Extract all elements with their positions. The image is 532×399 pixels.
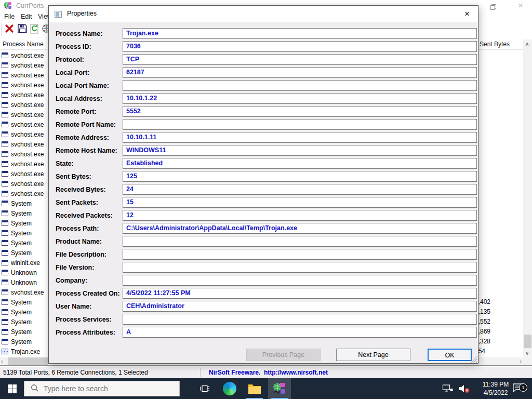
field-value[interactable] — [123, 262, 477, 273]
process-icon — [2, 309, 8, 315]
list-item[interactable]: svchost.exe — [0, 159, 48, 169]
next-page-button[interactable]: Next Page — [336, 349, 410, 361]
list-item[interactable]: svchost.exe — [0, 119, 48, 129]
process-icon — [2, 181, 8, 187]
window-content-edge — [0, 365, 532, 366]
list-item[interactable]: Unknown — [0, 277, 48, 287]
save-icon[interactable] — [18, 24, 29, 35]
list-item[interactable]: System — [0, 307, 48, 317]
vertical-scrollbar[interactable]: ∧ ∨ — [523, 39, 532, 357]
field-value[interactable]: TCP — [123, 54, 477, 65]
field-value[interactable]: 10.10.1.22 — [123, 93, 477, 104]
field-value[interactable] — [123, 249, 477, 260]
field-value[interactable]: WINDOWS11 — [123, 145, 477, 156]
process-name-label: svchost.exe — [11, 170, 44, 178]
field-value[interactable]: Trojan.exe — [123, 28, 477, 39]
field-value[interactable]: A — [123, 327, 477, 338]
list-item[interactable]: System — [0, 198, 48, 208]
edge-icon[interactable] — [218, 378, 241, 399]
notification-icon[interactable]: 1 — [512, 378, 524, 399]
field-value[interactable] — [123, 119, 477, 130]
field-value[interactable] — [123, 275, 477, 286]
list-item[interactable]: svchost.exe — [0, 179, 48, 189]
list-item[interactable]: svchost.exe — [0, 100, 48, 110]
list-item[interactable]: System — [0, 317, 48, 327]
field-value[interactable] — [123, 236, 477, 247]
scroll-left-icon[interactable]: ‹ — [1, 358, 3, 364]
field-row: Sent Bytes:125 — [49, 171, 478, 184]
scrollbar-thumb[interactable] — [8, 357, 48, 365]
field-label: Sent Bytes: — [56, 173, 91, 180]
network-icon[interactable] — [442, 378, 454, 399]
field-value[interactable]: CEH\Administrator — [123, 301, 477, 312]
volume-muted-icon[interactable] — [458, 378, 471, 399]
process-name-label: System — [11, 309, 32, 316]
restore-icon[interactable] — [490, 3, 497, 9]
field-value[interactable]: 12 — [123, 210, 477, 221]
ok-button[interactable]: OK — [428, 349, 472, 361]
menu-edit[interactable]: Edit — [21, 13, 32, 20]
list-item[interactable]: System — [0, 327, 48, 337]
dialog-close-icon[interactable]: × — [459, 7, 475, 21]
field-value[interactable]: 125 — [123, 171, 477, 182]
field-value[interactable]: 7036 — [123, 41, 477, 52]
column-header-process-name[interactable]: Process Name — [0, 39, 49, 50]
task-view-icon[interactable] — [193, 378, 216, 399]
scroll-up-icon[interactable]: ∧ — [525, 41, 529, 47]
list-item[interactable]: svchost.exe — [0, 60, 48, 70]
field-value[interactable] — [123, 314, 477, 325]
list-item[interactable]: svchost.exe — [0, 149, 48, 159]
field-value[interactable]: 24 — [123, 184, 477, 195]
list-item[interactable]: svchost.exe — [0, 90, 48, 100]
list-item[interactable]: svchost.exe — [0, 189, 48, 198]
process-name-label: System — [11, 210, 32, 217]
clock-date: 4/5/2022 — [484, 389, 508, 396]
taskbar-clock[interactable]: 11:39 PM 4/5/2022 — [479, 380, 512, 397]
field-value[interactable]: C:\Users\Administrator\AppData\Local\Tem… — [123, 223, 477, 234]
list-item[interactable]: svchost.exe — [0, 129, 48, 139]
list-item[interactable]: svchost.exe — [0, 139, 48, 149]
list-item[interactable]: System — [0, 228, 48, 238]
menu-file[interactable]: File — [4, 13, 15, 20]
field-value[interactable]: 10.10.1.11 — [123, 132, 477, 143]
process-name-label: Unknown — [11, 269, 37, 276]
scroll-down-icon[interactable]: ∨ — [525, 350, 529, 356]
delete-icon[interactable] — [5, 24, 16, 35]
file-explorer-icon[interactable] — [243, 378, 266, 399]
list-item[interactable]: svchost.exe — [0, 50, 48, 60]
horizontal-scrollbar-left[interactable]: ‹ — [0, 357, 48, 365]
list-item[interactable]: svchost.exe — [0, 110, 48, 119]
list-item[interactable]: svchost.exe — [0, 70, 48, 80]
currports-taskbar-icon[interactable] — [268, 378, 291, 399]
horizontal-scrollbar-right[interactable]: › — [478, 357, 523, 365]
field-value[interactable]: 4/5/2022 11:27:55 PM — [123, 288, 477, 299]
list-item[interactable]: svchost.exe — [0, 80, 48, 90]
taskbar-search[interactable] — [24, 381, 180, 396]
field-value[interactable]: 62187 — [123, 67, 477, 78]
list-item[interactable]: System — [0, 238, 48, 248]
field-value[interactable]: 15 — [123, 197, 477, 208]
column-header-sent-bytes[interactable]: Sent Bytes — [478, 39, 524, 50]
list-item[interactable]: System — [0, 248, 48, 258]
list-item[interactable]: System — [0, 337, 48, 347]
list-item[interactable]: System — [0, 208, 48, 218]
refresh-icon[interactable] — [30, 24, 42, 35]
nirsoft-link[interactable]: NirSoft Freeware. http://www.nirsoft.net — [209, 369, 328, 376]
close-icon[interactable]: × — [515, 1, 526, 11]
scrollbar-thumb[interactable] — [524, 335, 531, 348]
list-item[interactable]: svchost.exe — [0, 287, 48, 297]
list-item[interactable]: Unknown — [0, 268, 48, 277]
list-item[interactable]: Trojan.exe — [0, 347, 48, 356]
field-value[interactable]: Established — [123, 158, 477, 169]
list-item[interactable]: svchost.exe — [0, 169, 48, 179]
list-item[interactable]: System — [0, 218, 48, 228]
field-value[interactable] — [123, 80, 477, 91]
search-icon — [31, 384, 38, 394]
process-icon — [2, 72, 8, 78]
field-value[interactable]: 5552 — [123, 106, 477, 117]
list-item[interactable]: wininit.exe — [0, 258, 48, 268]
search-input[interactable] — [43, 384, 169, 393]
start-icon[interactable] — [0, 378, 24, 399]
list-item[interactable]: System — [0, 297, 48, 307]
scroll-right-icon[interactable]: › — [520, 358, 522, 364]
